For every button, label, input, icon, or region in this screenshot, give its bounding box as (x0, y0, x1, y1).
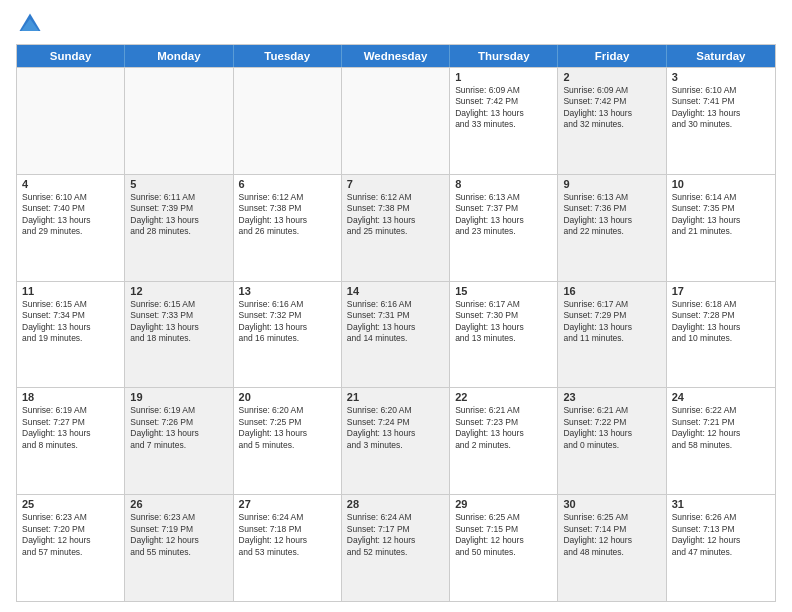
calendar-cell: 3Sunrise: 6:10 AM Sunset: 7:41 PM Daylig… (667, 68, 775, 174)
day-info: Sunrise: 6:19 AM Sunset: 7:27 PM Dayligh… (22, 405, 119, 451)
day-info: Sunrise: 6:15 AM Sunset: 7:34 PM Dayligh… (22, 299, 119, 345)
calendar-cell: 10Sunrise: 6:14 AM Sunset: 7:35 PM Dayli… (667, 175, 775, 281)
day-number: 8 (455, 178, 552, 190)
header (16, 10, 776, 38)
calendar-cell: 28Sunrise: 6:24 AM Sunset: 7:17 PM Dayli… (342, 495, 450, 601)
calendar-cell: 20Sunrise: 6:20 AM Sunset: 7:25 PM Dayli… (234, 388, 342, 494)
day-info: Sunrise: 6:24 AM Sunset: 7:18 PM Dayligh… (239, 512, 336, 558)
calendar-cell: 12Sunrise: 6:15 AM Sunset: 7:33 PM Dayli… (125, 282, 233, 388)
day-number: 4 (22, 178, 119, 190)
day-number: 18 (22, 391, 119, 403)
calendar-cell: 19Sunrise: 6:19 AM Sunset: 7:26 PM Dayli… (125, 388, 233, 494)
day-info: Sunrise: 6:11 AM Sunset: 7:39 PM Dayligh… (130, 192, 227, 238)
day-number: 19 (130, 391, 227, 403)
calendar-header: SundayMondayTuesdayWednesdayThursdayFrid… (17, 45, 775, 67)
day-info: Sunrise: 6:25 AM Sunset: 7:14 PM Dayligh… (563, 512, 660, 558)
calendar-cell: 24Sunrise: 6:22 AM Sunset: 7:21 PM Dayli… (667, 388, 775, 494)
day-number: 27 (239, 498, 336, 510)
calendar-cell: 11Sunrise: 6:15 AM Sunset: 7:34 PM Dayli… (17, 282, 125, 388)
day-number: 5 (130, 178, 227, 190)
calendar-body: 1Sunrise: 6:09 AM Sunset: 7:42 PM Daylig… (17, 67, 775, 601)
day-info: Sunrise: 6:20 AM Sunset: 7:25 PM Dayligh… (239, 405, 336, 451)
calendar-cell: 1Sunrise: 6:09 AM Sunset: 7:42 PM Daylig… (450, 68, 558, 174)
calendar-cell (17, 68, 125, 174)
calendar-cell: 4Sunrise: 6:10 AM Sunset: 7:40 PM Daylig… (17, 175, 125, 281)
calendar-cell: 27Sunrise: 6:24 AM Sunset: 7:18 PM Dayli… (234, 495, 342, 601)
calendar-cell: 25Sunrise: 6:23 AM Sunset: 7:20 PM Dayli… (17, 495, 125, 601)
day-info: Sunrise: 6:22 AM Sunset: 7:21 PM Dayligh… (672, 405, 770, 451)
calendar-cell: 8Sunrise: 6:13 AM Sunset: 7:37 PM Daylig… (450, 175, 558, 281)
day-number: 14 (347, 285, 444, 297)
calendar-cell: 16Sunrise: 6:17 AM Sunset: 7:29 PM Dayli… (558, 282, 666, 388)
logo (16, 10, 48, 38)
day-number: 7 (347, 178, 444, 190)
calendar-cell: 18Sunrise: 6:19 AM Sunset: 7:27 PM Dayli… (17, 388, 125, 494)
day-info: Sunrise: 6:21 AM Sunset: 7:22 PM Dayligh… (563, 405, 660, 451)
calendar-cell: 21Sunrise: 6:20 AM Sunset: 7:24 PM Dayli… (342, 388, 450, 494)
day-info: Sunrise: 6:17 AM Sunset: 7:30 PM Dayligh… (455, 299, 552, 345)
day-info: Sunrise: 6:20 AM Sunset: 7:24 PM Dayligh… (347, 405, 444, 451)
day-info: Sunrise: 6:13 AM Sunset: 7:36 PM Dayligh… (563, 192, 660, 238)
calendar-row-4: 18Sunrise: 6:19 AM Sunset: 7:27 PM Dayli… (17, 387, 775, 494)
calendar-cell: 29Sunrise: 6:25 AM Sunset: 7:15 PM Dayli… (450, 495, 558, 601)
calendar-cell: 7Sunrise: 6:12 AM Sunset: 7:38 PM Daylig… (342, 175, 450, 281)
day-info: Sunrise: 6:16 AM Sunset: 7:32 PM Dayligh… (239, 299, 336, 345)
day-number: 17 (672, 285, 770, 297)
calendar-cell: 23Sunrise: 6:21 AM Sunset: 7:22 PM Dayli… (558, 388, 666, 494)
day-info: Sunrise: 6:12 AM Sunset: 7:38 PM Dayligh… (347, 192, 444, 238)
day-number: 11 (22, 285, 119, 297)
day-number: 30 (563, 498, 660, 510)
calendar-cell: 30Sunrise: 6:25 AM Sunset: 7:14 PM Dayli… (558, 495, 666, 601)
calendar-row-3: 11Sunrise: 6:15 AM Sunset: 7:34 PM Dayli… (17, 281, 775, 388)
day-number: 21 (347, 391, 444, 403)
day-info: Sunrise: 6:18 AM Sunset: 7:28 PM Dayligh… (672, 299, 770, 345)
calendar-row-2: 4Sunrise: 6:10 AM Sunset: 7:40 PM Daylig… (17, 174, 775, 281)
calendar-row-1: 1Sunrise: 6:09 AM Sunset: 7:42 PM Daylig… (17, 67, 775, 174)
day-info: Sunrise: 6:12 AM Sunset: 7:38 PM Dayligh… (239, 192, 336, 238)
day-info: Sunrise: 6:09 AM Sunset: 7:42 PM Dayligh… (455, 85, 552, 131)
day-number: 3 (672, 71, 770, 83)
day-info: Sunrise: 6:24 AM Sunset: 7:17 PM Dayligh… (347, 512, 444, 558)
day-info: Sunrise: 6:13 AM Sunset: 7:37 PM Dayligh… (455, 192, 552, 238)
calendar-cell: 2Sunrise: 6:09 AM Sunset: 7:42 PM Daylig… (558, 68, 666, 174)
day-info: Sunrise: 6:10 AM Sunset: 7:41 PM Dayligh… (672, 85, 770, 131)
day-number: 13 (239, 285, 336, 297)
day-number: 6 (239, 178, 336, 190)
day-info: Sunrise: 6:19 AM Sunset: 7:26 PM Dayligh… (130, 405, 227, 451)
day-number: 1 (455, 71, 552, 83)
day-header-sunday: Sunday (17, 45, 125, 67)
day-info: Sunrise: 6:16 AM Sunset: 7:31 PM Dayligh… (347, 299, 444, 345)
day-header-friday: Friday (558, 45, 666, 67)
day-number: 2 (563, 71, 660, 83)
calendar-cell (342, 68, 450, 174)
logo-icon (16, 10, 44, 38)
calendar-cell: 6Sunrise: 6:12 AM Sunset: 7:38 PM Daylig… (234, 175, 342, 281)
day-info: Sunrise: 6:26 AM Sunset: 7:13 PM Dayligh… (672, 512, 770, 558)
calendar-cell: 26Sunrise: 6:23 AM Sunset: 7:19 PM Dayli… (125, 495, 233, 601)
calendar-cell (125, 68, 233, 174)
calendar-cell: 22Sunrise: 6:21 AM Sunset: 7:23 PM Dayli… (450, 388, 558, 494)
day-header-wednesday: Wednesday (342, 45, 450, 67)
calendar-cell: 9Sunrise: 6:13 AM Sunset: 7:36 PM Daylig… (558, 175, 666, 281)
day-info: Sunrise: 6:21 AM Sunset: 7:23 PM Dayligh… (455, 405, 552, 451)
day-number: 10 (672, 178, 770, 190)
day-number: 25 (22, 498, 119, 510)
day-number: 26 (130, 498, 227, 510)
calendar-cell: 5Sunrise: 6:11 AM Sunset: 7:39 PM Daylig… (125, 175, 233, 281)
day-number: 9 (563, 178, 660, 190)
calendar-cell (234, 68, 342, 174)
day-info: Sunrise: 6:10 AM Sunset: 7:40 PM Dayligh… (22, 192, 119, 238)
calendar-row-5: 25Sunrise: 6:23 AM Sunset: 7:20 PM Dayli… (17, 494, 775, 601)
day-info: Sunrise: 6:15 AM Sunset: 7:33 PM Dayligh… (130, 299, 227, 345)
calendar-cell: 13Sunrise: 6:16 AM Sunset: 7:32 PM Dayli… (234, 282, 342, 388)
day-info: Sunrise: 6:25 AM Sunset: 7:15 PM Dayligh… (455, 512, 552, 558)
day-info: Sunrise: 6:23 AM Sunset: 7:19 PM Dayligh… (130, 512, 227, 558)
day-number: 22 (455, 391, 552, 403)
day-number: 24 (672, 391, 770, 403)
day-number: 31 (672, 498, 770, 510)
day-header-monday: Monday (125, 45, 233, 67)
day-number: 29 (455, 498, 552, 510)
day-number: 15 (455, 285, 552, 297)
day-number: 12 (130, 285, 227, 297)
day-info: Sunrise: 6:09 AM Sunset: 7:42 PM Dayligh… (563, 85, 660, 131)
